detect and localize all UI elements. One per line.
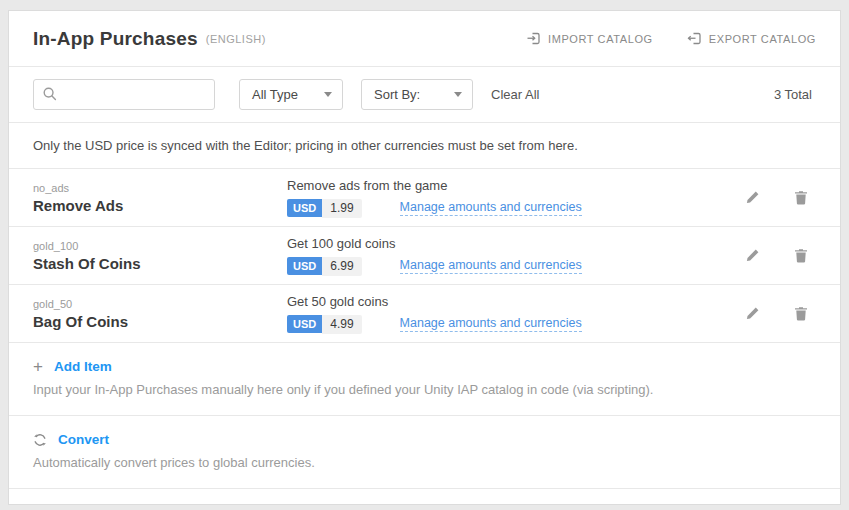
delete-item-button[interactable]	[792, 246, 810, 265]
edit-item-button[interactable]	[743, 304, 762, 323]
item-identity: no_ads Remove Ads	[33, 182, 287, 214]
import-catalog-icon	[526, 32, 541, 45]
row-actions	[743, 188, 816, 207]
page-title: In-App Purchases	[33, 28, 198, 50]
add-item-button[interactable]: + Add Item	[33, 359, 816, 374]
price-line: USD 1.99 Manage amounts and currencies	[287, 199, 743, 218]
convert-description: Automatically convert prices to global c…	[33, 455, 816, 470]
convert-label: Convert	[58, 432, 109, 447]
item-identity: gold_50 Bag Of Coins	[33, 298, 287, 330]
search-input[interactable]	[33, 79, 215, 110]
total-count: 3 Total	[774, 87, 816, 102]
table-row: gold_50 Bag Of Coins Get 50 gold coins U…	[9, 285, 840, 343]
search-box	[33, 79, 215, 110]
sort-by-value: Sort By:	[374, 87, 420, 102]
add-item-section: + Add Item Input your In-App Purchases m…	[9, 343, 840, 416]
chevron-down-icon	[454, 92, 462, 97]
pencil-icon	[745, 309, 760, 324]
convert-button[interactable]: Convert	[33, 432, 816, 447]
currency-badge: USD	[287, 257, 322, 275]
item-details: Remove ads from the game USD 1.99 Manage…	[287, 178, 743, 218]
item-identity: gold_100 Stash Of Coins	[33, 240, 287, 272]
clear-all-button[interactable]: Clear All	[491, 87, 539, 102]
item-id: no_ads	[33, 182, 287, 194]
item-details: Get 100 gold coins USD 6.99 Manage amoun…	[287, 236, 743, 276]
price-line: USD 6.99 Manage amounts and currencies	[287, 257, 743, 276]
delete-item-button[interactable]	[792, 188, 810, 207]
trash-icon	[794, 309, 808, 324]
item-id: gold_50	[33, 298, 287, 310]
manage-currencies-link[interactable]: Manage amounts and currencies	[400, 258, 582, 274]
header-actions: IMPORT CATALOG EXPORT CATALOG	[526, 32, 816, 45]
price-value: 1.99	[322, 199, 361, 218]
sort-by-dropdown[interactable]: Sort By:	[361, 79, 473, 110]
convert-section: Convert Automatically convert prices to …	[9, 416, 840, 489]
price-line: USD 4.99 Manage amounts and currencies	[287, 315, 743, 334]
pencil-icon	[745, 193, 760, 208]
trash-icon	[794, 251, 808, 266]
locale-tag: (ENGLISH)	[206, 33, 266, 45]
plus-icon: +	[33, 360, 43, 374]
item-details: Get 50 gold coins USD 4.99 Manage amount…	[287, 294, 743, 334]
export-catalog-button[interactable]: EXPORT CATALOG	[687, 32, 816, 45]
bottom-spacer	[9, 489, 840, 504]
type-filter-value: All Type	[252, 87, 298, 102]
usd-sync-notice: Only the USD price is synced with the Ed…	[9, 123, 840, 169]
item-description: Get 100 gold coins	[287, 236, 743, 251]
sync-icon	[33, 433, 47, 447]
delete-item-button[interactable]	[792, 304, 810, 323]
price-value: 4.99	[322, 315, 361, 334]
item-description: Get 50 gold coins	[287, 294, 743, 309]
export-catalog-label: EXPORT CATALOG	[709, 33, 816, 45]
manage-currencies-link[interactable]: Manage amounts and currencies	[400, 200, 582, 216]
price-value: 6.99	[322, 257, 361, 276]
manage-currencies-link[interactable]: Manage amounts and currencies	[400, 316, 582, 332]
add-item-description: Input your In-App Purchases manually her…	[33, 382, 816, 397]
row-actions	[743, 304, 816, 323]
edit-item-button[interactable]	[743, 188, 762, 207]
chevron-down-icon	[324, 92, 332, 97]
header: In-App Purchases (ENGLISH) IMPORT CATALO…	[9, 11, 840, 67]
type-filter-dropdown[interactable]: All Type	[239, 79, 343, 110]
table-row: no_ads Remove Ads Remove ads from the ga…	[9, 169, 840, 227]
row-actions	[743, 246, 816, 265]
currency-badge: USD	[287, 315, 322, 333]
item-description: Remove ads from the game	[287, 178, 743, 193]
item-name: Remove Ads	[33, 197, 287, 214]
trash-icon	[794, 193, 808, 208]
item-name: Stash Of Coins	[33, 255, 287, 272]
search-icon	[42, 86, 58, 106]
import-catalog-label: IMPORT CATALOG	[548, 33, 653, 45]
add-item-label: Add Item	[54, 359, 112, 374]
item-id: gold_100	[33, 240, 287, 252]
currency-badge: USD	[287, 199, 322, 217]
pencil-icon	[745, 251, 760, 266]
table-row: gold_100 Stash Of Coins Get 100 gold coi…	[9, 227, 840, 285]
item-name: Bag Of Coins	[33, 313, 287, 330]
filter-bar: All Type Sort By: Clear All 3 Total	[9, 67, 840, 123]
import-catalog-button[interactable]: IMPORT CATALOG	[526, 32, 653, 45]
edit-item-button[interactable]	[743, 246, 762, 265]
export-catalog-icon	[687, 32, 702, 45]
notice-text: Only the USD price is synced with the Ed…	[33, 138, 578, 153]
iap-panel: In-App Purchases (ENGLISH) IMPORT CATALO…	[8, 10, 841, 505]
